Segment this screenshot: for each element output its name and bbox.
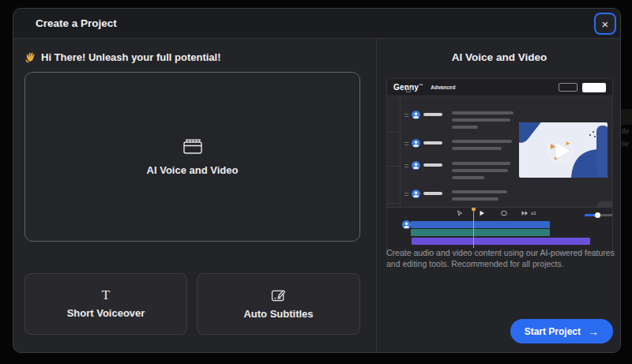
speaker-name-pill — [423, 113, 442, 116]
speed-label: x1 — [531, 211, 536, 216]
wave-emoji-icon — [24, 51, 36, 63]
speaker-avatar-icon — [412, 161, 420, 170]
play-button-icon[interactable] — [479, 210, 485, 216]
track-speaker-avatar — [402, 220, 411, 229]
timeline-track[interactable] — [411, 229, 550, 236]
arrow-right-icon: → — [588, 325, 599, 338]
preview-left-rail — [387, 96, 401, 207]
speaker-avatar-icon — [412, 139, 420, 148]
text-placeholder-bar — [452, 118, 510, 122]
script-row[interactable] — [404, 161, 510, 185]
greeting-text: Hi There! Unleash your full potential! — [24, 51, 221, 63]
text-placeholder-bar — [452, 176, 484, 179]
script-row[interactable] — [404, 111, 514, 134]
rail-separator — [387, 203, 401, 204]
project-options-panel: Hi There! Unleash your full potential! A… — [13, 39, 376, 353]
text-placeholder-bar — [452, 197, 498, 201]
script-row[interactable] — [404, 139, 512, 163]
preview-outline-button — [559, 83, 577, 92]
background-text-fragment: tle — [622, 127, 630, 135]
screen: tle lie Create a Project × Hi There! Unl… — [0, 0, 632, 364]
close-icon: × — [602, 17, 609, 31]
speaker-name-pill — [423, 163, 442, 167]
card-label: AI Voice and Video — [147, 164, 239, 176]
text-placeholder-bar — [452, 126, 478, 129]
drag-handle-icon — [404, 114, 408, 117]
start-project-button[interactable]: Start Project → — [510, 319, 613, 343]
card-ai-voice-and-video[interactable]: AI Voice and Video — [24, 72, 360, 242]
project-detail-panel: AI Voice and Video Genny™ Advanced — [377, 39, 621, 353]
text-placeholder-bar — [452, 147, 502, 150]
trademark-mark: ™ — [419, 83, 423, 88]
video-thumbnail — [519, 122, 608, 178]
card-label: Auto Subtitles — [243, 308, 313, 320]
create-project-modal: Create a Project × Hi There! Unleash you… — [13, 8, 621, 353]
background-text-fragment: lie — [622, 140, 629, 148]
speaker-name-pill — [423, 141, 442, 144]
slider-knob[interactable] — [595, 212, 600, 218]
add-block-icon — [406, 88, 411, 92]
drag-handle-icon — [404, 142, 408, 145]
playhead-handle[interactable] — [472, 208, 476, 211]
modal-header: Create a Project × — [13, 9, 620, 39]
text-T-icon: T — [102, 289, 110, 302]
playhead[interactable] — [473, 208, 474, 248]
greeting-label: Hi There! Unleash your full potential! — [41, 51, 221, 63]
text-placeholder-bar — [452, 162, 510, 165]
select-tool-icon[interactable] — [457, 210, 463, 216]
close-button[interactable]: × — [594, 13, 616, 35]
rail-separator — [387, 132, 401, 133]
subtitles-icon — [271, 289, 286, 302]
text-placeholder-bar — [452, 111, 514, 114]
detail-title: AI Voice and Video — [377, 51, 621, 63]
plan-label: Advanced — [431, 84, 455, 90]
project-description: Create audio and video content using our… — [386, 247, 615, 269]
preview-topbar: Genny™ Advanced — [387, 79, 612, 96]
genny-app-preview: Genny™ Advanced — [386, 78, 613, 253]
rail-separator — [387, 166, 401, 167]
speaker-name-pill — [423, 192, 442, 195]
speaker-avatar-icon — [412, 190, 420, 198]
drag-handle-icon — [404, 164, 408, 167]
modal-title: Create a Project — [36, 9, 117, 39]
text-placeholder-bar — [452, 169, 508, 172]
drag-handle-icon — [404, 193, 408, 196]
text-placeholder-bar — [452, 190, 507, 193]
timeline-zoom-slider[interactable] — [585, 214, 613, 216]
speaker-avatar-icon — [412, 111, 420, 119]
loop-icon[interactable] — [501, 210, 507, 216]
preview-white-button — [582, 83, 606, 92]
card-short-voiceover[interactable]: T Short Voiceover — [24, 273, 187, 335]
clapperboard-icon — [182, 138, 203, 155]
start-project-label: Start Project — [525, 326, 581, 337]
timeline-track[interactable] — [412, 238, 590, 245]
card-label: Short Voiceover — [67, 307, 145, 319]
speed-icon[interactable] — [521, 210, 529, 216]
timeline-track[interactable] — [411, 221, 550, 228]
card-auto-subtitles[interactable]: Auto Subtitles — [197, 273, 360, 335]
text-placeholder-bar — [452, 140, 512, 143]
